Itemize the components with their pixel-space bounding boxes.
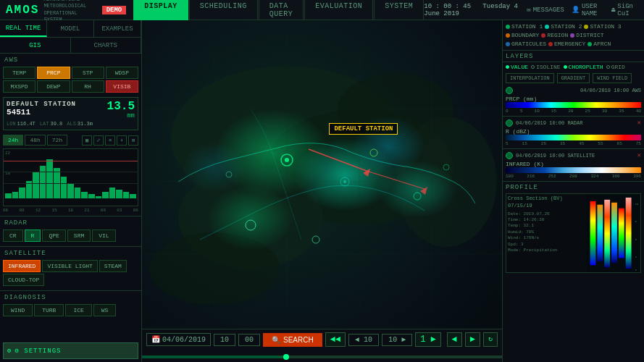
diag-turb[interactable]: TURB — [34, 304, 64, 316]
diag-wind[interactable]: WIND — [3, 304, 33, 316]
dot-district[interactable]: DISTRICT — [570, 32, 603, 38]
timeline-date[interactable]: 📅 04/06/2019 — [146, 333, 211, 346]
tab-model[interactable]: MODEL — [47, 20, 94, 37]
diagnosis-section: DIAGNOSIS WIND TURB ICE WS — [0, 290, 141, 318]
timeline-track — [142, 355, 502, 358]
layer-choropleth[interactable]: CHOROPLETH — [564, 64, 603, 70]
profile-temp: Temp: 32.1 — [508, 223, 563, 229]
timeline-thumb[interactable] — [283, 354, 289, 360]
chart-bar — [109, 188, 116, 198]
refresh-button[interactable]: ↻ — [483, 332, 498, 347]
nav-next-next[interactable]: 1 ► — [415, 332, 441, 347]
timeline-hour[interactable]: 10 — [214, 334, 235, 346]
tab-charts[interactable]: CHARTS — [71, 38, 142, 53]
nav-tab-scheduling[interactable]: SCHEDULING — [189, 0, 258, 22]
time-72h[interactable]: 72h — [47, 135, 67, 146]
dot-station3[interactable]: STATION 3 — [584, 23, 621, 30]
chart-icon-table[interactable]: ≡ — [105, 135, 115, 146]
aws-temp[interactable]: TEMP — [3, 67, 35, 79]
messages-button[interactable]: ✉ MESSAGES — [527, 6, 564, 14]
aws-rh[interactable]: RH — [72, 80, 104, 93]
dot-afrcn[interactable]: AFRCN — [587, 41, 611, 47]
diag-ws[interactable]: WS — [93, 304, 117, 316]
graticules-dots: GRATICULES EMERGENCY AFRCN — [506, 41, 641, 47]
nav-tab-system[interactable]: SYSTEM — [374, 0, 424, 22]
satellite-toggle[interactable] — [506, 152, 513, 159]
radar-toggle[interactable] — [506, 119, 513, 127]
tab-gis[interactable]: GIS — [0, 38, 71, 53]
satellite-buttons: INFRARED VISIBLE LIGHT STEAM CLOUD-TOP — [0, 258, 141, 287]
chart-bar — [67, 183, 74, 198]
sat-visible[interactable]: VISIBLE LIGHT — [42, 260, 97, 272]
search-button[interactable]: 🔍 SEARCH — [263, 333, 322, 347]
radar-cr[interactable]: CR — [3, 230, 23, 242]
chart-bar — [88, 194, 95, 198]
aws-grid: TEMP PRCP STP WDSP MXSPD DEWP RH VISIB — [0, 65, 141, 94]
afrcn-dot — [587, 42, 592, 46]
nav-prev-10[interactable]: ◄ 10 — [348, 334, 379, 346]
nav-tab-display[interactable]: DISPLAY — [133, 0, 188, 22]
radar-srm[interactable]: SRM — [67, 230, 91, 242]
nav-tab-data-query[interactable]: DATA QUERY — [259, 0, 304, 22]
aws-wdsp[interactable]: WDSP — [106, 67, 138, 79]
profile-info: Cross Section (BV)07/15/19 Date: 2019.07… — [508, 195, 563, 253]
settings-button[interactable]: ⚙ ⚙ SETTINGS — [3, 342, 138, 359]
aws-prcp[interactable]: PRCP — [37, 67, 70, 79]
chart-icon-line[interactable]: ⤢ — [93, 135, 104, 146]
chart-bar — [40, 166, 46, 198]
nav-right-arrow[interactable]: ► — [465, 332, 480, 347]
chart-icon-download[interactable]: ⬇ — [117, 135, 127, 146]
nav-tab-evaluation[interactable]: EVALUATION — [304, 0, 373, 22]
radar-qpe[interactable]: QPE — [42, 230, 65, 242]
interp-interpolation[interactable]: INTERPOLATION — [506, 73, 554, 83]
tab-examples[interactable]: EXAMPLES — [94, 20, 141, 37]
nav-next-10[interactable]: 10 ► — [382, 334, 412, 346]
chart-icon-zoom[interactable]: ⊞ — [128, 135, 138, 146]
signout-button[interactable]: ⏏ SiGn CuI — [611, 3, 638, 17]
chart-threshold-line — [4, 161, 138, 161]
radar-close-button[interactable]: ✕ — [637, 119, 641, 127]
dot-station1[interactable]: STATION 1 — [506, 23, 543, 30]
layer-isoline-radio — [531, 65, 535, 69]
sat-infrared[interactable]: INFRARED — [3, 260, 41, 272]
boundary-dot — [506, 33, 510, 38]
prcp-colorbar-header: 04/06/2019 10:00 AWS — [506, 87, 641, 94]
timeline-bar: 📅 04/06/2019 10 00 🔍 SEARCH ◄◄ ◄ 10 10 ►… — [142, 329, 502, 362]
dot-region[interactable]: REGION — [541, 32, 568, 38]
dot-emergency[interactable]: EMERGENCY — [548, 41, 585, 47]
svg-rect-38 — [619, 209, 624, 258]
layer-grid[interactable]: GRID — [606, 64, 625, 70]
satellite-close-button[interactable]: ✕ — [637, 151, 641, 159]
logo-subtitle: AERONAUTICAL METEOROLOGICAL OPERATIONAL … — [43, 0, 91, 23]
interpolation-row: INTERPOLATION GRADIENT WIND FIELD — [503, 72, 644, 85]
timeline-min[interactable]: 00 — [238, 334, 260, 346]
sat-steam[interactable]: STEAM — [99, 260, 127, 272]
profile-time: Time: 14:26:20 — [508, 217, 563, 223]
nav-prev-prev[interactable]: ◄◄ — [325, 332, 346, 347]
dot-boundary[interactable]: BOUNDARY — [506, 32, 539, 38]
profile-windspd: Spd: 3 — [508, 242, 563, 248]
diag-ice[interactable]: ICE — [65, 304, 91, 316]
tab-realtime[interactable]: REAL TIME — [0, 20, 47, 37]
layer-value[interactable]: VALUE — [506, 64, 528, 70]
interp-windfield[interactable]: WIND FIELD — [593, 73, 632, 83]
user-button[interactable]: 👤 USER NAME — [572, 3, 604, 17]
prcp-colorbar-section: 04/06/2019 10:00 AWS PRCP (mm) 0 5 10 15… — [503, 85, 644, 117]
radar-r[interactable]: R — [25, 230, 41, 242]
time-48h[interactable]: 48h — [25, 135, 45, 146]
sat-cloudtop[interactable]: CLOUD-TOP — [3, 274, 44, 286]
dot-graticules[interactable]: GRATICULES — [506, 41, 546, 47]
layer-isoline[interactable]: ISOLINE — [531, 64, 561, 70]
nav-left-arrow[interactable]: ◄ — [447, 332, 462, 347]
aws-mxspd[interactable]: MXSPD — [3, 80, 35, 93]
chart-icon-bar[interactable]: ▦ — [82, 135, 92, 146]
prcp-toggle[interactable] — [506, 87, 513, 94]
radar-vil[interactable]: VIL — [92, 230, 115, 242]
dot-station2[interactable]: STATION 2 — [545, 23, 582, 30]
aws-stp[interactable]: STP — [72, 67, 104, 79]
aws-dewp[interactable]: DEWP — [37, 80, 70, 93]
profile-header: Cross Section (BV)07/15/19 — [508, 195, 563, 210]
time-24h[interactable]: 24h — [3, 135, 23, 146]
interp-gradient[interactable]: GRADIENT — [557, 73, 590, 83]
aws-visib[interactable]: VISIB — [106, 80, 138, 93]
